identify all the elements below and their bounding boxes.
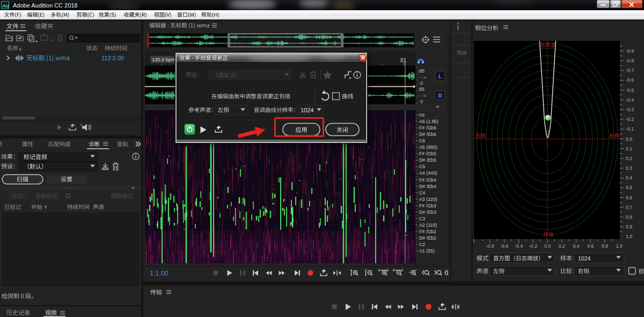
svg-text:Hz: Hz [419,112,425,118]
svg-text:1024: 1024 [578,255,591,262]
svg-text:C3: C3 [419,216,425,221]
svg-text:120.0 bpm: 120.0 bpm [152,57,175,62]
svg-text:0.8: 0.8 [626,214,632,220]
svg-text:D# /Eb6: D# /Eb6 [419,132,436,137]
svg-text:C6: C6 [419,138,425,143]
svg-text:-0.6: -0.6 [500,243,508,249]
svg-text:F# /Gb4: F# /Gb4 [419,177,436,183]
svg-text:- - ∞: - - ∞ [418,75,426,80]
svg-text:Au: Au [3,3,9,9]
svg-text:F# /Gb5: F# /Gb5 [419,151,436,156]
svg-text:-0.4: -0.4 [515,243,523,249]
svg-text:-0.8: -0.8 [486,243,494,249]
svg-text:- - ∞: - - ∞ [418,93,426,98]
svg-text:-0.1: -0.1 [626,126,634,132]
svg-text:0.7: 0.7 [626,205,632,210]
svg-text:-0.4: -0.4 [626,97,634,103]
svg-text:0.0: 0.0 [544,243,551,249]
svg-text:C2: C2 [419,242,425,247]
svg-text:D# /Eb3: D# /Eb3 [419,210,436,215]
svg-text:F# /Gb3: F# /Gb3 [419,203,436,208]
svg-text:0.4: 0.4 [573,243,579,249]
svg-text:1:1.00: 1:1.00 [150,270,169,277]
svg-text:0.5: 0.5 [626,185,632,190]
svg-text:-3: -3 [419,99,423,104]
svg-text:0.4: 0.4 [626,175,632,181]
svg-text:1.0: 1.0 [626,234,632,239]
svg-text:C5: C5 [419,164,425,169]
svg-text:0.9: 0.9 [626,224,632,229]
svg-text:F# /Gb6: F# /Gb6 [419,125,436,131]
svg-text:D# /Eb2: D# /Eb2 [419,235,436,241]
svg-text:0.2: 0.2 [626,156,632,161]
svg-text:A1 (55): A1 (55) [419,248,435,254]
svg-text:112:2.00: 112:2.00 [101,55,124,61]
svg-text:A2 (110): A2 (110) [419,222,437,228]
svg-text:Adobe Audition CC 2018: Adobe Audition CC 2018 [13,2,77,9]
svg-text:0.2: 0.2 [559,243,565,249]
svg-text:-0.7: -0.7 [626,68,634,73]
svg-text:0.6: 0.6 [626,195,632,200]
svg-text:-3: -3 [419,81,423,86]
svg-text:D# /Eb5: D# /Eb5 [419,157,436,163]
svg-text:dB: dB [419,68,425,74]
svg-text:1.0: 1.0 [616,243,623,249]
svg-text:-0.2: -0.2 [529,243,537,249]
svg-text:0.3: 0.3 [626,165,632,171]
svg-text:-0.6: -0.6 [626,77,634,83]
svg-text:-0.5: -0.5 [626,88,634,93]
svg-text:-0.2: -0.2 [626,117,634,122]
svg-text:0.1: 0.1 [626,146,632,152]
svg-text:R: R [438,92,443,99]
svg-text:F# /Gb2: F# /Gb2 [419,229,436,234]
svg-text:-0.3: -0.3 [626,107,634,112]
svg-text:C4: C4 [419,190,425,196]
svg-text:0.8: 0.8 [602,243,608,249]
svg-text:0.0: 0.0 [626,136,632,142]
svg-text:0.6: 0.6 [587,243,594,249]
svg-text:dB: dB [419,87,425,92]
svg-text:1024: 1024 [301,107,313,113]
svg-text:81: 81 [400,57,407,63]
svg-text:A6 (1.8k): A6 (1.8k) [419,119,438,124]
svg-text:A5 (880): A5 (880) [419,145,437,150]
svg-text:-0.9: -0.9 [626,48,634,54]
svg-text:-0.8: -0.8 [626,58,634,63]
svg-text:D# /Eb4: D# /Eb4 [419,184,436,189]
svg-text:A3 (220): A3 (220) [419,197,437,202]
svg-text:A4 (440): A4 (440) [419,170,437,176]
svg-text:L: L [438,73,442,80]
